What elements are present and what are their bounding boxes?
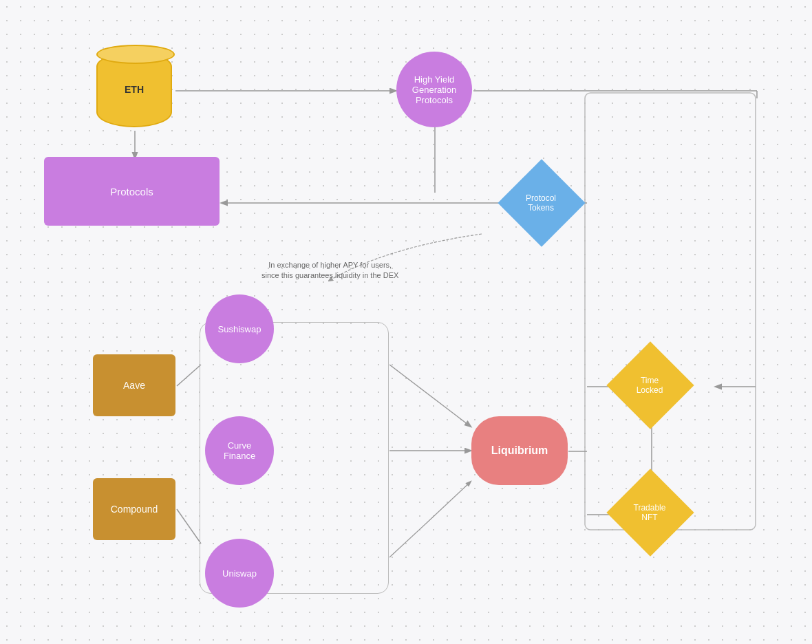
- time-locked-label: TimeLocked: [637, 376, 663, 395]
- sushiswap-node: Sushiswap: [205, 294, 274, 363]
- compound-label: Compound: [111, 504, 158, 515]
- svg-line-18: [177, 509, 201, 544]
- liquibrium-node: Liquibrium: [471, 416, 568, 485]
- diagram: ETH High Yield Generation Protocols Prot…: [0, 0, 812, 644]
- svg-line-13: [389, 365, 471, 427]
- eth-label: ETH: [125, 84, 144, 95]
- arrow-label-line2: since this guarantees liquidity in the D…: [261, 271, 398, 279]
- high-yield-node: High Yield Generation Protocols: [396, 52, 472, 127]
- aave-label: Aave: [123, 380, 145, 391]
- protocols-node: Protocols: [44, 157, 220, 226]
- svg-line-16: [427, 482, 471, 523]
- protocol-tokens-label: ProtocolTokens: [526, 193, 556, 213]
- svg-line-15: [389, 523, 427, 557]
- protocol-tokens-node: ProtocolTokens: [500, 172, 582, 234]
- svg-rect-4: [585, 93, 756, 530]
- arrow-label-line1: In exchange of higher APY for users,: [268, 261, 392, 269]
- protocols-label: Protocols: [110, 186, 153, 197]
- eth-node: ETH: [96, 52, 172, 127]
- time-locked-node: TimeLocked: [608, 354, 691, 416]
- arrow-annotation: In exchange of higher APY for users, sin…: [261, 260, 398, 281]
- uniswap-label: Uniswap: [222, 568, 257, 579]
- uniswap-node: Uniswap: [205, 539, 274, 608]
- compound-node: Compound: [93, 478, 175, 540]
- liquibrium-label: Liquibrium: [491, 444, 548, 457]
- tradable-nft-node: TradableNFT: [608, 482, 691, 544]
- curve-finance-node: CurveFinance: [205, 416, 274, 485]
- svg-line-17: [177, 365, 201, 386]
- aave-node: Aave: [93, 354, 175, 416]
- tradable-nft-label: TradableNFT: [634, 503, 666, 522]
- curve-label: CurveFinance: [224, 440, 255, 461]
- high-yield-label: High Yield Generation Protocols: [412, 74, 456, 105]
- sushiswap-label: Sushiswap: [218, 324, 261, 334]
